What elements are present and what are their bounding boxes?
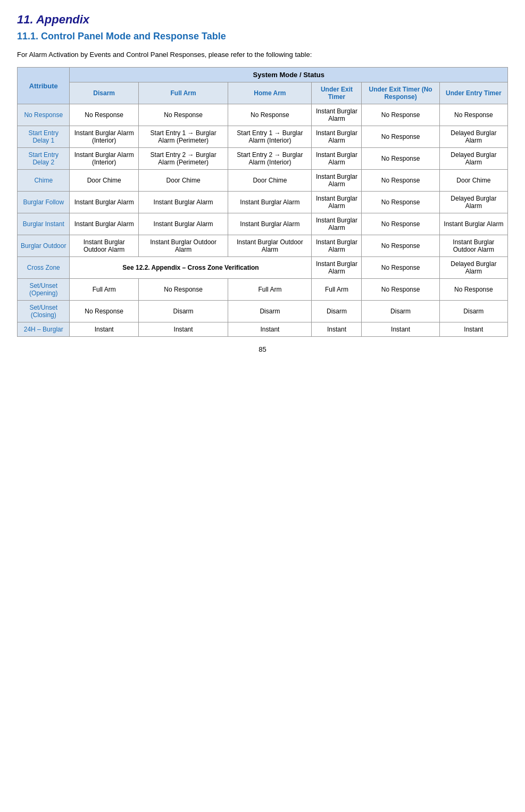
table-cell-9-1: Disarm: [138, 301, 228, 322]
table-cell-4-2: Instant Burglar Alarm: [228, 192, 312, 213]
table-cell-3-5: Door Chime: [439, 170, 507, 192]
row-attribute-10: 24H – Burglar: [18, 322, 70, 337]
row-attribute-6: Burglar Outdoor: [18, 235, 70, 257]
system-mode-header: System Mode / Status: [70, 68, 508, 82]
table-cell-10-4: Instant: [362, 322, 439, 337]
table-cell-5-3: Instant Burglar Alarm: [312, 213, 362, 235]
table-cell-7-5: Delayed Burglar Alarm: [439, 257, 507, 279]
table-cell-6-0: Instant Burglar Outdoor Alarm: [70, 235, 138, 257]
table-cell-7-3: Instant Burglar Alarm: [312, 257, 362, 279]
attribute-header: Attribute: [18, 68, 70, 104]
table-cell-9-3: Disarm: [312, 301, 362, 322]
table-cell-5-5: Instant Burglar Alarm: [439, 213, 507, 235]
table-cell-6-5: Instant Burglar Outdoor Alarm: [439, 235, 507, 257]
table-cell-6-2: Instant Burglar Outdoor Alarm: [228, 235, 312, 257]
col-disarm: Disarm: [70, 82, 138, 104]
row-attribute-3: Chime: [18, 170, 70, 192]
table-cell-4-3: Instant Burglar Alarm: [312, 192, 362, 213]
table-cell-10-3: Instant: [312, 322, 362, 337]
row-attribute-5: Burglar Instant: [18, 213, 70, 235]
col-full-arm: Full Arm: [138, 82, 228, 104]
table-cell-0-3: Instant Burglar Alarm: [312, 104, 362, 126]
table-cell-9-4: Disarm: [362, 301, 439, 322]
row-attribute-9: Set/Unset (Closing): [18, 301, 70, 322]
table-cell-4-5: Delayed Burglar Alarm: [439, 192, 507, 213]
table-cell-4-4: No Response: [362, 192, 439, 213]
row-attribute-4: Burglar Follow: [18, 192, 70, 213]
table-cell-5-0: Instant Burglar Alarm: [70, 213, 138, 235]
table-cell-10-1: Instant: [138, 322, 228, 337]
control-panel-table: Attribute System Mode / Status Disarm Fu…: [17, 67, 508, 337]
table-cell-9-2: Disarm: [228, 301, 312, 322]
section-title: 11.1. Control Panel Mode and Response Ta…: [17, 31, 508, 42]
table-cell-0-4: No Response: [362, 104, 439, 126]
table-cell-1-1: Start Entry 1 → Burglar Alarm (Perimeter…: [138, 126, 228, 148]
table-cell-1-4: No Response: [362, 126, 439, 148]
row-attribute-1: Start Entry Delay 1: [18, 126, 70, 148]
table-cell-2-4: No Response: [362, 148, 439, 170]
row-attribute-7: Cross Zone: [18, 257, 70, 279]
col-under-exit-no-response: Under Exit Timer (No Response): [362, 82, 439, 104]
table-cell-8-0: Full Arm: [70, 279, 138, 301]
table-cell-8-3: Full Arm: [312, 279, 362, 301]
table-cell-7-4: No Response: [362, 257, 439, 279]
table-cell-4-1: Instant Burglar Alarm: [138, 192, 228, 213]
col-under-entry-timer: Under Entry Timer: [439, 82, 507, 104]
table-cell-8-2: Full Arm: [228, 279, 312, 301]
table-cell-5-2: Instant Burglar Alarm: [228, 213, 312, 235]
col-under-exit-timer: Under Exit Timer: [312, 82, 362, 104]
table-cell-6-3: Instant Burglar Alarm: [312, 235, 362, 257]
table-cell-9-5: Disarm: [439, 301, 507, 322]
table-cell-1-3: Instant Burglar Alarm: [312, 126, 362, 148]
table-cell-1-5: Delayed Burglar Alarm: [439, 126, 507, 148]
table-cell-8-1: No Response: [138, 279, 228, 301]
table-cell-10-0: Instant: [70, 322, 138, 337]
table-cell-5-1: Instant Burglar Alarm: [138, 213, 228, 235]
table-cell-2-3: Instant Burglar Alarm: [312, 148, 362, 170]
table-cell-9-0: No Response: [70, 301, 138, 322]
table-cell-2-2: Start Entry 2 → Burglar Alarm (Interior): [228, 148, 312, 170]
table-cell-3-3: Instant Burglar Alarm: [312, 170, 362, 192]
table-cell-10-2: Instant: [228, 322, 312, 337]
table-cell-1-2: Start Entry 1 → Burglar Alarm (Interior): [228, 126, 312, 148]
table-cell-0-0: No Response: [70, 104, 138, 126]
table-cell-0-5: No Response: [439, 104, 507, 126]
chapter-title: 11. Appendix: [17, 13, 508, 27]
row-attribute-8: Set/Unset (Opening): [18, 279, 70, 301]
page-number: 85: [17, 345, 508, 353]
intro-text: For Alarm Activation by Events and Contr…: [17, 51, 508, 59]
table-cell-8-5: No Response: [439, 279, 507, 301]
table-cell-0-2: No Response: [228, 104, 312, 126]
table-cell-3-1: Door Chime: [138, 170, 228, 192]
table-cell-2-5: Delayed Burglar Alarm: [439, 148, 507, 170]
table-cell-0-1: No Response: [138, 104, 228, 126]
table-cell-3-0: Door Chime: [70, 170, 138, 192]
row-attribute-0: No Response: [18, 104, 70, 126]
table-cell-6-1: Instant Burglar Outdoor Alarm: [138, 235, 228, 257]
row-attribute-2: Start Entry Delay 2: [18, 148, 70, 170]
cross-zone-merged: See 12.2. Appendix – Cross Zone Verifica…: [70, 257, 312, 279]
table-cell-3-2: Door Chime: [228, 170, 312, 192]
table-cell-2-1: Start Entry 2 → Burglar Alarm (Perimeter…: [138, 148, 228, 170]
table-cell-8-4: No Response: [362, 279, 439, 301]
table-cell-6-4: No Response: [362, 235, 439, 257]
table-cell-5-4: No Response: [362, 213, 439, 235]
table-cell-10-5: Instant: [439, 322, 507, 337]
table-cell-1-0: Instant Burglar Alarm (Interior): [70, 126, 138, 148]
table-cell-2-0: Instant Burglar Alarm (Interior): [70, 148, 138, 170]
col-home-arm: Home Arm: [228, 82, 312, 104]
table-cell-4-0: Instant Burglar Alarm: [70, 192, 138, 213]
table-cell-3-4: No Response: [362, 170, 439, 192]
